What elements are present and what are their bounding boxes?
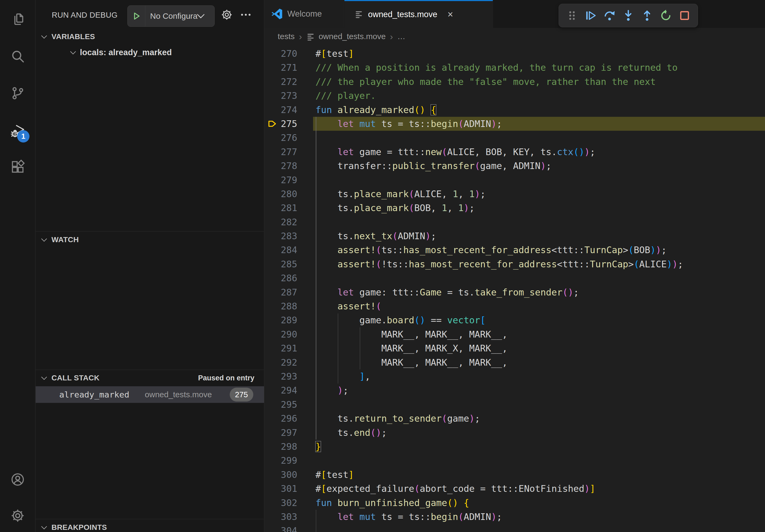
debug-config-dropdown[interactable]: No Configura [127, 5, 215, 27]
line-number[interactable]: 299 [264, 453, 297, 467]
line-number[interactable]: 298 [264, 439, 297, 453]
step-into-icon[interactable] [619, 6, 638, 25]
debug-settings-gear-icon[interactable] [221, 9, 233, 21]
line-number[interactable]: 291 [264, 341, 297, 355]
line-number[interactable]: 293 [264, 370, 297, 383]
line-number[interactable]: 295 [264, 398, 297, 411]
settings-gear-icon[interactable] [10, 508, 25, 523]
code-line[interactable]: 276 [264, 131, 765, 145]
code-line[interactable]: 295 [264, 398, 765, 411]
close-icon[interactable]: × [447, 10, 453, 19]
code-line[interactable]: 287 let game: ttt::Game = ts.take_from_s… [264, 285, 765, 299]
code-line[interactable]: 291 MARK__, MARK_X, MARK__, [264, 341, 765, 355]
code-line[interactable]: 277 let game = ttt::new(ALICE, BOB, KEY,… [264, 145, 765, 159]
line-number[interactable]: 275 [264, 117, 297, 131]
section-breakpoints[interactable]: BREAKPOINTS [36, 520, 264, 532]
code-line[interactable]: 284 assert!(ts::has_most_recent_for_addr… [264, 243, 765, 257]
line-number[interactable]: 300 [264, 468, 297, 482]
code-line[interactable]: 274fun already_marked() { [264, 103, 765, 117]
source-control-icon[interactable] [10, 86, 25, 101]
line-number[interactable]: 285 [264, 257, 297, 271]
code-line[interactable]: 281 ts.place_mark(BOB, 1, 1); [264, 201, 765, 215]
code-line[interactable]: 290 MARK__, MARK__, MARK__, [264, 327, 765, 341]
code-line[interactable]: 293 ], [264, 370, 765, 383]
code-text: #[expected_failure(abort_code = ttt::ENo… [313, 482, 765, 496]
step-over-icon[interactable] [600, 6, 619, 25]
section-watch[interactable]: WATCH [36, 232, 264, 247]
code-line[interactable]: 302fun burn_unfinished_game() { [264, 496, 765, 510]
line-number[interactable]: 304 [264, 524, 297, 532]
code-line[interactable]: 273/// player. [264, 89, 765, 103]
line-number[interactable]: 303 [264, 510, 297, 524]
tab-welcome[interactable]: Welcome [264, 0, 344, 28]
line-number[interactable]: 277 [264, 145, 297, 159]
code-line[interactable]: 288 assert!( [264, 299, 765, 313]
call-stack-frame-row[interactable]: already_marked owned_tests.move 275 [36, 386, 264, 403]
line-number[interactable]: 273 [264, 89, 297, 103]
line-number[interactable]: 270 [264, 47, 297, 61]
line-number[interactable]: 286 [264, 271, 297, 285]
code-line[interactable]: 275 let mut ts = ts::begin(ADMIN); [264, 117, 765, 131]
code-line[interactable]: 285 assert!(!ts::has_most_recent_for_add… [264, 257, 765, 271]
line-number[interactable]: 289 [264, 313, 297, 327]
more-actions-icon[interactable] [240, 10, 252, 19]
code-line[interactable]: 278 transfer::public_transfer(game, ADMI… [264, 159, 765, 173]
code-line[interactable]: 271/// When a position is already marked… [264, 61, 765, 75]
code-line[interactable]: 304 [264, 524, 765, 532]
code-line[interactable]: 282 [264, 215, 765, 229]
code-line[interactable]: 294 ); [264, 383, 765, 397]
line-number[interactable]: 279 [264, 173, 297, 187]
continue-icon[interactable] [581, 6, 600, 25]
code-line[interactable]: 301#[expected_failure(abort_code = ttt::… [264, 482, 765, 496]
line-number[interactable]: 292 [264, 356, 297, 370]
line-number[interactable]: 301 [264, 482, 297, 496]
line-number[interactable]: 280 [264, 187, 297, 201]
code-line[interactable]: 299 [264, 453, 765, 467]
code-line[interactable]: 289 game.board() == vector[ [264, 313, 765, 327]
code-line[interactable]: 303 let mut ts = ts::begin(ADMIN); [264, 510, 765, 524]
line-number[interactable]: 284 [264, 243, 297, 257]
code-line[interactable]: 300#[test] [264, 468, 765, 482]
line-number[interactable]: 296 [264, 411, 297, 425]
breadcrumb-file[interactable]: owned_tests.move [319, 32, 386, 41]
line-number[interactable]: 281 [264, 201, 297, 215]
restart-icon[interactable] [656, 6, 675, 25]
code-line[interactable]: 283 ts.next_tx(ADMIN); [264, 229, 765, 243]
line-number[interactable]: 297 [264, 426, 297, 439]
code-line[interactable]: 286 [264, 271, 765, 285]
code-line[interactable]: 272/// the player who made the "false" m… [264, 75, 765, 89]
line-number[interactable]: 287 [264, 285, 297, 299]
line-number[interactable]: 290 [264, 327, 297, 341]
section-variables[interactable]: VARIABLES [36, 29, 264, 45]
code-line[interactable]: 280 ts.place_mark(ALICE, 1, 1); [264, 187, 765, 201]
line-number[interactable]: 283 [264, 229, 297, 243]
explorer-icon[interactable] [10, 12, 25, 27]
line-number[interactable]: 272 [264, 75, 297, 89]
account-icon[interactable] [10, 472, 25, 487]
code-text: ); [313, 383, 765, 397]
line-number[interactable]: 278 [264, 159, 297, 173]
toolbar-drag-grip[interactable] [563, 6, 581, 25]
search-icon[interactable] [10, 49, 25, 64]
code-line[interactable]: 279 [264, 173, 765, 187]
step-out-icon[interactable] [638, 6, 656, 25]
stop-icon[interactable] [675, 6, 694, 25]
code-line[interactable]: 297 ts.end(); [264, 426, 765, 439]
line-number[interactable]: 302 [264, 496, 297, 510]
code-line[interactable]: 296 ts.return_to_sender(game); [264, 411, 765, 425]
tab-owned-tests-move[interactable]: owned_tests.move × [345, 0, 493, 28]
line-number[interactable]: 294 [264, 383, 297, 397]
line-number[interactable]: 274 [264, 103, 297, 117]
code-line[interactable]: 298} [264, 439, 765, 453]
line-number[interactable]: 288 [264, 299, 297, 313]
breadcrumb-more[interactable]: … [397, 32, 405, 41]
line-number[interactable]: 271 [264, 61, 297, 75]
breadcrumb-folder[interactable]: tests [278, 32, 295, 41]
line-number[interactable]: 282 [264, 215, 297, 229]
variables-scope-row[interactable]: locals: already_marked [36, 45, 264, 61]
code-line[interactable]: 292 MARK__, MARK__, MARK__, [264, 356, 765, 370]
start-debug-icon[interactable] [128, 6, 145, 27]
code-line[interactable]: 270#[test] [264, 47, 765, 61]
line-number[interactable]: 276 [264, 131, 297, 145]
extensions-icon[interactable] [10, 159, 25, 174]
